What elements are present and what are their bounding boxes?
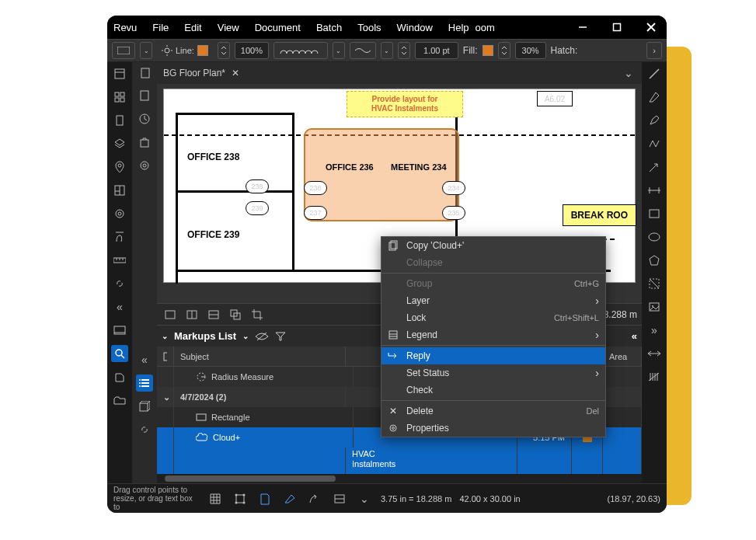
panel-links-icon[interactable]	[111, 275, 128, 292]
scrollbar-thumb[interactable]	[165, 476, 336, 482]
panel-sets-icon[interactable]	[111, 392, 128, 409]
split-horizontal-icon[interactable]	[205, 306, 222, 323]
line-style-button[interactable]: Line:	[157, 42, 213, 59]
opacity-stepper[interactable]	[498, 42, 510, 59]
panel-studio-icon[interactable]	[111, 322, 128, 339]
ctx-properties[interactable]: Properties	[381, 420, 605, 437]
line-color-swatch[interactable]	[197, 45, 208, 56]
opacity-input[interactable]	[515, 42, 546, 59]
panel-collapse-icon[interactable]: «	[632, 330, 637, 342]
col-subject[interactable]: Subject	[174, 347, 346, 366]
panel-search-icon[interactable]	[111, 345, 128, 362]
document-tab-close-icon[interactable]: ✕	[232, 68, 239, 78]
ctx-check[interactable]: Check	[381, 381, 605, 399]
ctx-layer[interactable]: Layer	[381, 292, 605, 309]
panel-bookmarks-icon[interactable]	[111, 112, 128, 129]
ctx-legend[interactable]: Legend	[381, 326, 605, 343]
menu-file[interactable]: File	[152, 22, 169, 33]
view-crop-icon[interactable]	[249, 306, 266, 323]
line-width-input[interactable]	[415, 42, 458, 59]
menu-view[interactable]: View	[218, 22, 239, 33]
rail-collapse-left-icon[interactable]: «	[111, 298, 128, 315]
menu-help[interactable]: Help	[448, 22, 469, 33]
tab-page-icon[interactable]	[137, 64, 154, 82]
hvac-callout[interactable]: Provide layout for HVAC Instalments	[347, 91, 463, 117]
tool-count-icon[interactable]	[646, 368, 663, 385]
view-sync-icon[interactable]	[227, 306, 244, 323]
status-snap-content-icon[interactable]	[256, 490, 273, 507]
menu-window[interactable]: Window	[397, 22, 433, 33]
line-pattern-button[interactable]	[273, 42, 328, 59]
panel-layers-icon[interactable]	[111, 135, 128, 152]
panel-filter-icon[interactable]	[275, 332, 286, 341]
width-stepper[interactable]	[398, 42, 410, 59]
tool-pen-icon[interactable]	[646, 89, 663, 106]
pattern-dropdown[interactable]: ⌄	[333, 42, 345, 59]
shape-style-dropdown[interactable]: ⌄	[140, 42, 152, 59]
cloud-markup[interactable]	[304, 128, 459, 221]
tool-line-icon[interactable]	[646, 65, 663, 82]
menu-tools[interactable]: Tools	[357, 22, 381, 33]
panel-grid-icon[interactable]	[111, 89, 128, 106]
toolbar-overflow-button[interactable]: ›	[646, 42, 662, 59]
minimize-button[interactable]	[573, 18, 592, 37]
shape-style-button[interactable]	[112, 42, 135, 59]
tool-polyline-icon[interactable]	[646, 135, 663, 152]
tool-callout-icon[interactable]	[646, 345, 663, 362]
split-none-icon[interactable]	[162, 306, 179, 323]
ctx-setstatus[interactable]: Set Status	[381, 364, 605, 381]
tool-cloud-icon[interactable]	[646, 275, 663, 292]
menu-edit[interactable]: Edit	[184, 22, 201, 33]
status-snap-icon[interactable]	[232, 490, 249, 507]
markups-hscrollbar[interactable]	[157, 474, 642, 483]
rail-collapse-right-icon[interactable]: »	[646, 322, 663, 339]
inner-3d-icon[interactable]	[136, 398, 153, 415]
document-tab[interactable]: BG Floor Plan* ✕	[159, 68, 244, 78]
menu-document[interactable]: Document	[255, 22, 301, 33]
tool-polygon-icon[interactable]	[646, 252, 663, 269]
table-row-selected-desc[interactable]: HVAC Instalments	[157, 448, 642, 474]
panel-settings-icon[interactable]	[111, 205, 128, 222]
status-dropdown-icon[interactable]: ⌄	[356, 490, 373, 507]
panel-menu-dropdown-icon[interactable]: ⌄	[242, 332, 249, 340]
select-all-checkbox[interactable]	[157, 347, 174, 366]
inner-properties-icon[interactable]	[136, 157, 153, 174]
tool-rectangle-icon[interactable]	[646, 205, 663, 222]
fill-color-swatch[interactable]	[483, 45, 493, 56]
panel-forms-icon[interactable]	[111, 368, 128, 385]
inner-recent-icon[interactable]	[136, 110, 153, 127]
ctx-lock[interactable]: Lock Ctrl+Shift+L	[381, 309, 605, 326]
ctx-copy[interactable]: Copy 'Cloud+'	[381, 237, 605, 254]
status-sync-icon[interactable]	[331, 490, 348, 507]
panel-spaces-icon[interactable]	[111, 182, 128, 199]
zoom-input[interactable]	[235, 42, 269, 59]
menu-batch[interactable]: Batch	[316, 22, 342, 33]
col-area[interactable]: Area	[603, 347, 642, 366]
inner-collapse-icon[interactable]: «	[136, 351, 153, 368]
tool-image-icon[interactable]	[646, 298, 663, 315]
inner-list-icon[interactable]	[136, 375, 153, 392]
tool-ellipse-icon[interactable]	[646, 228, 663, 246]
inner-links2-icon[interactable]	[136, 421, 153, 438]
maximize-button[interactable]	[608, 18, 626, 37]
ctx-delete[interactable]: ✕ Delete Del	[381, 402, 605, 420]
panel-places-icon[interactable]	[111, 159, 128, 176]
menu-revu[interactable]: Revu	[113, 22, 137, 33]
inner-toolchest-icon[interactable]	[136, 134, 153, 151]
panel-visibility-icon[interactable]	[255, 332, 269, 341]
tool-highlight-icon[interactable]	[646, 112, 663, 129]
panel-measure-icon[interactable]	[111, 252, 128, 269]
panel-signatures-icon[interactable]	[111, 228, 128, 246]
status-snap-markup-icon[interactable]	[281, 490, 298, 507]
tool-arrow-icon[interactable]	[646, 159, 663, 176]
panel-thumbnails-icon[interactable]	[111, 65, 128, 82]
tool-dimension-icon[interactable]	[646, 182, 663, 199]
tab-dropdown-icon[interactable]: ⌄	[620, 64, 637, 82]
ctx-reply[interactable]: Reply	[381, 347, 605, 364]
zoom-stepper-up[interactable]	[218, 42, 230, 59]
status-reuse-icon[interactable]	[306, 490, 323, 507]
end-style-dropdown[interactable]: ⌄	[381, 42, 393, 59]
end-style-button[interactable]	[350, 42, 376, 59]
close-button[interactable]	[642, 18, 660, 37]
split-vertical-icon[interactable]	[183, 306, 200, 323]
